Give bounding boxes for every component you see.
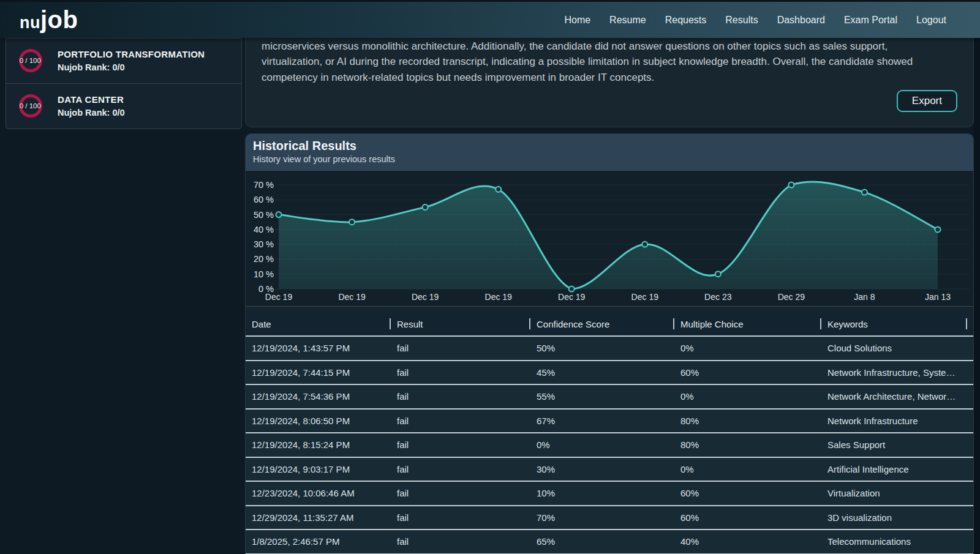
nav-item-results[interactable]: Results bbox=[725, 15, 758, 26]
cell-date: 12/23/2024, 10:06:46 AM bbox=[252, 488, 390, 498]
chart-point bbox=[423, 204, 428, 210]
cell-keywords: Virtualization bbox=[820, 488, 967, 498]
cell-multiple-choice: 80% bbox=[673, 416, 820, 426]
column-header-date: Date bbox=[252, 312, 390, 335]
table-row[interactable]: 12/19/2024, 8:06:50 PMfail67%80%Network … bbox=[246, 408, 973, 433]
x-axis-label: Dec 19 bbox=[558, 292, 586, 302]
table-row[interactable]: 12/19/2024, 9:03:17 PMfail30%0%Artificia… bbox=[246, 457, 973, 481]
chart-point bbox=[715, 271, 721, 277]
score-badge: 0 / 100 bbox=[20, 102, 41, 110]
x-axis-label: Dec 19 bbox=[631, 292, 659, 302]
score-ring: 0 / 100 bbox=[17, 47, 44, 74]
cell-keywords: Network Infrastructure bbox=[820, 416, 967, 426]
chart-point bbox=[935, 226, 941, 232]
sidebar-item-rank: Nujob Rank: 0/0 bbox=[58, 108, 125, 118]
x-axis-label: Jan 13 bbox=[925, 292, 951, 302]
nav-item-home[interactable]: Home bbox=[564, 15, 590, 26]
table-row[interactable]: 12/19/2024, 7:44:15 PMfail45%60%Network … bbox=[246, 360, 973, 384]
cell-multiple-choice: 60% bbox=[673, 488, 820, 498]
x-axis-label: Dec 19 bbox=[265, 292, 293, 302]
nav-item-dashboard[interactable]: Dashboard bbox=[777, 15, 825, 26]
table-row[interactable]: 12/19/2024, 7:54:36 PMfail55%0%Network A… bbox=[246, 384, 973, 408]
app: nujob HomeResumeRequestsResultsDashboard… bbox=[0, 0, 980, 554]
sidebar-item-data-center[interactable]: 0 / 100DATA CENTERNujob Rank: 0/0 bbox=[6, 83, 241, 129]
nav-item-resume[interactable]: Resume bbox=[609, 15, 646, 26]
chart-point bbox=[788, 182, 794, 188]
cell-multiple-choice: 0% bbox=[673, 464, 820, 474]
table-row[interactable]: 12/23/2024, 10:06:46 AMfail10%60%Virtual… bbox=[246, 481, 973, 505]
column-header-label: Confidence Score bbox=[537, 319, 609, 329]
cell-date: 1/8/2025, 2:46:57 PM bbox=[252, 536, 390, 547]
logo-part-job: job bbox=[40, 6, 78, 34]
chart-point bbox=[496, 187, 501, 192]
history-header: Historical Results History view of your … bbox=[246, 134, 973, 170]
x-axis-label: Dec 19 bbox=[412, 292, 439, 302]
chart-point bbox=[642, 242, 647, 247]
cell-confidence-score: 0% bbox=[529, 440, 673, 450]
summary-text: microservices versus monolithic architec… bbox=[262, 39, 951, 85]
sidebar: 0 / 100PORTFOLIO TRANSFORMATIONNujob Ran… bbox=[0, 38, 244, 554]
chart-point bbox=[862, 190, 867, 195]
cell-result: fail bbox=[390, 391, 529, 402]
column-header-result: Result bbox=[390, 312, 529, 335]
score-ring: 0 / 100 bbox=[17, 92, 44, 119]
scrollbar-track[interactable] bbox=[974, 38, 980, 554]
cell-confidence-score: 10% bbox=[529, 488, 673, 498]
nav-item-logout[interactable]: Logout bbox=[916, 15, 946, 26]
nav-item-requests[interactable]: Requests bbox=[665, 15, 707, 26]
y-axis-tick: 50 % bbox=[254, 210, 274, 220]
x-axis-label: Dec 19 bbox=[485, 292, 513, 302]
y-axis-tick: 30 % bbox=[254, 239, 274, 249]
cell-result: fail bbox=[390, 367, 529, 378]
y-axis-tick: 40 % bbox=[254, 225, 274, 234]
cell-keywords: Network Architecture, Networ… bbox=[820, 391, 967, 402]
cell-multiple-choice: 0% bbox=[673, 343, 820, 353]
chart-point bbox=[569, 286, 575, 292]
header-divider-bar bbox=[673, 318, 674, 329]
chart-point bbox=[276, 212, 282, 217]
column-header-label: Multiple Choice bbox=[680, 319, 744, 329]
table-row[interactable]: 12/29/2024, 11:35:27 AMfail70%60%3D visu… bbox=[246, 505, 973, 530]
cell-keywords: Artificial Intelligence bbox=[820, 464, 967, 474]
cell-multiple-choice: 80% bbox=[673, 440, 820, 450]
cell-date: 12/19/2024, 7:54:36 PM bbox=[252, 391, 390, 402]
cell-date: 12/29/2024, 11:35:27 AM bbox=[252, 512, 390, 523]
logo-part-nu: nu bbox=[20, 13, 40, 32]
column-header-keywords: Keywords bbox=[820, 312, 967, 335]
cell-confidence-score: 67% bbox=[529, 416, 673, 426]
table-body: 12/19/2024, 1:43:57 PMfail50%0%Cloud Sol… bbox=[246, 335, 973, 553]
y-axis-tick: 20 % bbox=[254, 254, 274, 264]
table-row[interactable]: 12/19/2024, 8:15:24 PMfail0%80%Sales Sup… bbox=[246, 432, 973, 457]
cell-date: 12/19/2024, 9:03:17 PM bbox=[252, 464, 390, 474]
table-row[interactable]: 12/19/2024, 1:43:57 PMfail50%0%Cloud Sol… bbox=[246, 335, 973, 360]
nujob-logo[interactable]: nujob bbox=[20, 6, 78, 34]
export-button[interactable]: Export bbox=[897, 90, 957, 112]
x-axis-label: Dec 19 bbox=[338, 292, 366, 302]
chart-area: 0 %10 %20 %30 %40 %50 %60 %70 %Dec 19Dec… bbox=[246, 170, 973, 307]
nav-item-exam-portal[interactable]: Exam Portal bbox=[844, 15, 897, 26]
cell-confidence-score: 65% bbox=[529, 536, 673, 547]
y-axis-tick: 60 % bbox=[254, 195, 274, 204]
cell-multiple-choice: 60% bbox=[673, 367, 820, 378]
table-header: DateResultConfidence ScoreMultiple Choic… bbox=[246, 312, 973, 335]
cell-confidence-score: 70% bbox=[529, 512, 673, 523]
cell-keywords: Sales Support bbox=[820, 440, 967, 450]
cell-date: 12/19/2024, 1:43:57 PM bbox=[252, 343, 390, 353]
cell-result: fail bbox=[390, 536, 529, 547]
cell-keywords: 3D visualization bbox=[820, 512, 967, 523]
top-nav: nujob HomeResumeRequestsResultsDashboard… bbox=[0, 0, 980, 38]
history-title: Historical Results bbox=[253, 139, 965, 153]
score-badge: 0 / 100 bbox=[20, 57, 41, 64]
cell-result: fail bbox=[390, 512, 529, 523]
main-content: microservices versus monolithic architec… bbox=[245, 38, 974, 554]
cell-confidence-score: 45% bbox=[529, 367, 673, 378]
cell-keywords: Network Infrastructure, Syste… bbox=[820, 367, 967, 378]
header-divider-bar bbox=[820, 318, 821, 329]
cell-multiple-choice: 60% bbox=[673, 512, 820, 523]
sidebar-item-rank: Nujob Rank: 0/0 bbox=[58, 62, 205, 72]
sidebar-item-portfolio-transformation[interactable]: 0 / 100PORTFOLIO TRANSFORMATIONNujob Ran… bbox=[6, 39, 241, 83]
history-subtitle: History view of your previous results bbox=[253, 154, 965, 164]
column-header-multiple-choice: Multiple Choice bbox=[673, 312, 820, 335]
column-header-label: Result bbox=[397, 319, 423, 329]
table-row[interactable]: 1/8/2025, 2:46:57 PMfail65%40%Telecommun… bbox=[246, 529, 973, 553]
